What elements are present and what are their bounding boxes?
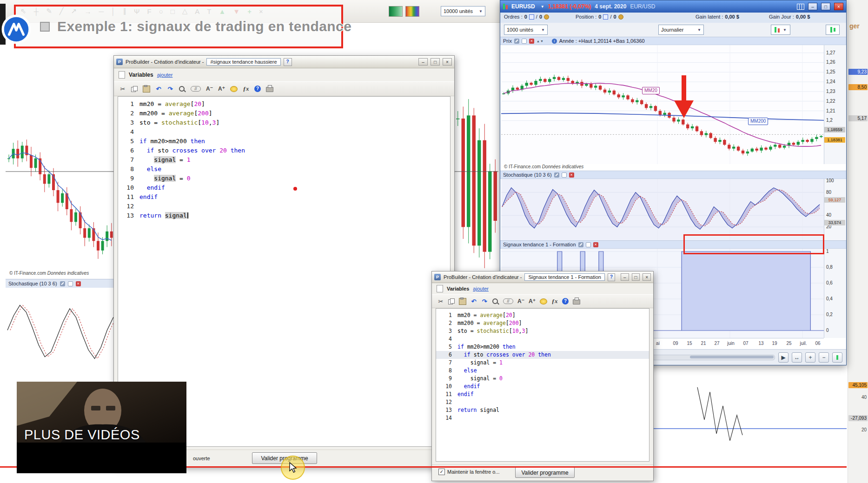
close-button[interactable]: ×: [443, 58, 452, 66]
code-line[interactable]: 3sto = stochastic[10,3]: [436, 327, 649, 335]
function-icon[interactable]: ƒx: [551, 298, 558, 305]
move-panel-icons[interactable]: ▲▼: [537, 40, 544, 43]
code-line[interactable]: 8 else: [436, 367, 649, 375]
code-line[interactable]: 4: [436, 335, 649, 343]
orders-settings-icon[interactable]: [544, 14, 549, 20]
orders-list-icon[interactable]: [529, 14, 534, 20]
code-line[interactable]: 6 if sto crosses over 20 then: [118, 146, 450, 155]
position-list-icon[interactable]: [603, 14, 608, 20]
code-line[interactable]: 7 signal = 1: [436, 359, 649, 367]
detach-icon[interactable]: [68, 281, 73, 286]
layout-grid-icon[interactable]: [797, 4, 804, 10]
close-button[interactable]: ×: [834, 3, 843, 10]
close-icon[interactable]: ×: [569, 172, 574, 178]
code-line[interactable]: 5if mm20>mm200 then: [436, 343, 649, 351]
code-line[interactable]: 5if mm20>mm200 then: [118, 137, 450, 146]
code-line[interactable]: 10 endif: [436, 383, 649, 390]
indicator-name-field[interactable]: #signaux tendance haussiere: [206, 58, 280, 66]
font-decrease-icon[interactable]: A⁻: [517, 298, 524, 304]
settings-icon[interactable]: [60, 281, 65, 286]
function-icon[interactable]: ƒx: [243, 85, 249, 93]
mm20-label[interactable]: MM20: [642, 87, 660, 94]
green-palette-icon[interactable]: [389, 6, 403, 17]
code-line[interactable]: 11endif: [118, 192, 450, 202]
font-increase-icon[interactable]: A⁺: [218, 86, 225, 92]
comment-icon[interactable]: //: [191, 86, 201, 92]
cut-icon[interactable]: ✂: [437, 298, 444, 305]
fit-width-icon[interactable]: ↔: [792, 352, 802, 363]
color-palette-icon[interactable]: [405, 6, 419, 17]
code-line[interactable]: 10 endif: [118, 183, 450, 192]
undo-icon[interactable]: ↶: [155, 86, 162, 93]
font-increase-icon[interactable]: A⁺: [529, 298, 536, 304]
chart-titlebar[interactable]: EURUSD ▼ 1,18381 (-0,07%) 4 sept. 2020 E…: [500, 0, 846, 13]
close-icon[interactable]: ×: [593, 242, 598, 247]
comment-icon[interactable]: //: [503, 298, 513, 304]
timeframe-dropdown[interactable]: Journalier▼: [658, 25, 704, 35]
indicator-button[interactable]: [826, 25, 840, 35]
paste-icon[interactable]: [143, 86, 150, 93]
window-titlebar[interactable]: P ProBuilder - Création d'indicateur - #…: [114, 56, 454, 68]
zoom-in-icon[interactable]: +: [805, 352, 815, 363]
code-line[interactable]: 13return signal: [118, 211, 450, 220]
maximize-button[interactable]: □: [821, 3, 830, 10]
help-icon[interactable]: ?: [562, 298, 569, 304]
chart-type-button[interactable]: ▼: [771, 25, 790, 35]
redo-icon[interactable]: ↷: [481, 298, 488, 305]
minimize-button[interactable]: –: [808, 3, 817, 10]
code-line[interactable]: 9 signal = 0: [118, 174, 450, 183]
paste-icon[interactable]: [459, 298, 466, 305]
maximize-button[interactable]: □: [632, 273, 640, 281]
code-line[interactable]: 6 if sto crosses over 20 then: [436, 351, 649, 359]
close-icon[interactable]: ×: [529, 39, 534, 44]
close-button[interactable]: ×: [643, 273, 651, 281]
settings-icon[interactable]: [578, 242, 583, 247]
copy-icon[interactable]: [131, 86, 138, 92]
export-icon[interactable]: [522, 39, 527, 44]
stochastic-axis[interactable]: 10080402059,12733,574: [824, 179, 846, 240]
cut-icon[interactable]: ✂: [119, 86, 126, 93]
code-line[interactable]: 14: [436, 414, 649, 422]
font-decrease-icon[interactable]: A⁻: [206, 86, 213, 92]
units-dropdown[interactable]: 10000 unités ▼: [441, 6, 485, 16]
zoom-out-icon[interactable]: −: [819, 352, 829, 363]
price-chart[interactable]: [501, 45, 824, 164]
help-icon[interactable]: ?: [254, 86, 261, 92]
undo-icon[interactable]: ↶: [470, 298, 477, 305]
scroll-right-icon[interactable]: ▶: [778, 352, 788, 363]
code-line[interactable]: 2mm200 = average[200]: [118, 109, 450, 118]
settings-icon[interactable]: [554, 172, 559, 178]
help-icon[interactable]: ?: [608, 273, 615, 281]
checkbox-icon[interactable]: ✓: [438, 469, 445, 475]
search-icon[interactable]: [179, 86, 186, 93]
code-line[interactable]: 3sto = stochastic[10,3]: [118, 118, 450, 127]
hint-icon[interactable]: [540, 298, 547, 304]
minimize-button[interactable]: –: [621, 273, 629, 281]
mm200-label[interactable]: MM200: [748, 118, 768, 125]
window-titlebar[interactable]: P ProBuilder - Création d'indicateur - S…: [432, 271, 653, 283]
symbol-label[interactable]: EURUSD: [511, 3, 535, 10]
stochastic-chart[interactable]: [501, 179, 824, 240]
code-line[interactable]: 2mm200 = average[200]: [436, 319, 649, 327]
validate-program-button[interactable]: Valider programme: [515, 467, 575, 478]
close-icon[interactable]: ×: [76, 281, 81, 286]
export-icon[interactable]: [586, 242, 591, 247]
keep-window-checkbox[interactable]: ✓ Maintenir la fenêtre o...: [438, 469, 500, 475]
code-line[interactable]: 1mm20 = average[20]: [436, 311, 649, 319]
export-icon[interactable]: [562, 172, 567, 178]
add-variable-link[interactable]: ajouter: [157, 72, 173, 78]
minimize-button[interactable]: –: [418, 58, 428, 66]
chart-style-icon[interactable]: [832, 352, 842, 363]
more-videos-text[interactable]: PLUS DE VIDÉOS: [24, 427, 140, 443]
code-editor[interactable]: 1mm20 = average[20]2mm200 = average[200]…: [436, 308, 649, 462]
print-icon[interactable]: [266, 87, 273, 92]
search-icon[interactable]: [492, 298, 499, 305]
signal-axis[interactable]: 10,80,60,40,20: [824, 249, 846, 338]
add-variable-link[interactable]: ajouter: [473, 286, 489, 291]
code-line[interactable]: 9 signal = 0: [436, 375, 649, 383]
code-line[interactable]: 1mm20 = average[20]: [118, 99, 450, 109]
code-line[interactable]: 12: [436, 398, 649, 406]
position-settings-icon[interactable]: [618, 14, 623, 20]
code-line[interactable]: 13return signal: [436, 406, 649, 414]
hint-icon[interactable]: [230, 86, 238, 92]
